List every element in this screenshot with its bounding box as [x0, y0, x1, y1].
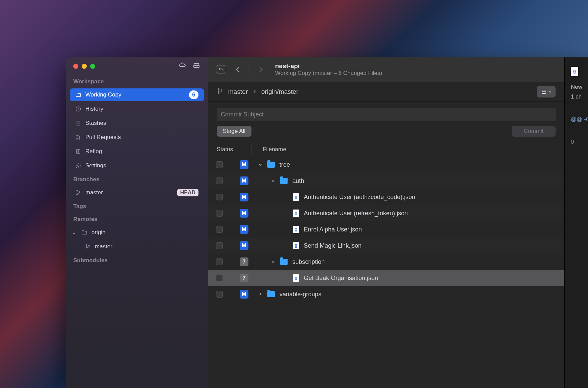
file-name: tree	[279, 161, 290, 168]
close-window-button[interactable]	[73, 64, 78, 69]
file-name: Authenticate User (refresh_token).json	[304, 210, 408, 217]
stage-checkbox[interactable]	[216, 194, 223, 200]
svg-point-8	[77, 194, 78, 195]
sidebar-item-label: History	[85, 106, 198, 112]
stage-checkbox[interactable]	[216, 226, 223, 233]
file-row[interactable]: Mvariable-groups	[208, 286, 564, 302]
disk-icon[interactable]	[192, 61, 201, 71]
remote-folder-icon	[81, 229, 87, 235]
remotes-header: Remotes	[66, 213, 208, 225]
maximize-window-button[interactable]	[90, 64, 95, 69]
titlebar-icons	[178, 61, 201, 71]
branch-icon	[85, 244, 91, 250]
file-icon: {}	[293, 226, 299, 233]
file-row[interactable]: Mtree	[208, 157, 564, 173]
svg-point-9	[79, 191, 80, 192]
status-badge: M	[240, 241, 248, 250]
file-row[interactable]: ?subscription	[208, 254, 564, 270]
folder-icon	[267, 162, 275, 168]
sidebar-remote-origin[interactable]: origin	[69, 226, 204, 239]
sidebar-item-label: Reflog	[85, 148, 198, 155]
window-controls	[73, 64, 95, 69]
table-header: Status Filename	[208, 142, 564, 157]
file-row[interactable]: M{}Enrol Alpha User.json	[208, 221, 564, 238]
commit-button[interactable]: Commit	[512, 126, 556, 137]
sidebar-item-settings[interactable]: Settings	[70, 159, 204, 172]
file-row[interactable]: M{}Send Magic Link.json	[208, 238, 564, 254]
file-icon: {}	[293, 274, 299, 282]
file-row[interactable]: Mauth	[208, 173, 564, 189]
file-name: Enrol Alpha User.json	[304, 226, 362, 233]
file-name: Authenticate User (authzcode_code).json	[304, 194, 415, 201]
changes-badge: 6	[189, 90, 198, 99]
file-row[interactable]: M{}Authenticate User (authzcode_code).js…	[208, 189, 564, 205]
cloud-icon[interactable]	[178, 61, 186, 71]
diff-count-line: 1 ch	[571, 92, 588, 102]
status-badge: M	[240, 209, 248, 218]
file-name: Send Magic Link.json	[304, 242, 362, 249]
chevron-right-icon[interactable]	[258, 292, 263, 297]
history-icon	[75, 106, 81, 112]
folder-icon	[267, 291, 275, 297]
status-badge: M	[240, 176, 248, 185]
chevron-down-icon	[72, 230, 76, 234]
branch-bar: master origin/master	[208, 82, 564, 102]
sidebar-item-pull-requests[interactable]: Pull Requests	[70, 131, 204, 144]
stage-checkbox[interactable]	[216, 177, 223, 184]
nav-back-button[interactable]	[233, 65, 242, 74]
file-name: Get Beak Organisation.json	[304, 275, 378, 282]
stage-checkbox[interactable]	[216, 210, 223, 217]
sidebar-remote-branch-master[interactable]: master	[70, 240, 204, 253]
stage-checkbox[interactable]	[216, 242, 223, 249]
branch-icon	[217, 88, 223, 96]
head-badge: HEAD	[177, 189, 198, 196]
col-status-header[interactable]: Status	[217, 145, 252, 154]
stage-checkbox[interactable]	[216, 161, 223, 168]
file-icon: {}	[293, 242, 299, 249]
folder-icon	[280, 178, 288, 184]
gear-icon	[75, 163, 81, 169]
diff-new-line: New	[571, 82, 588, 92]
file-name: auth	[292, 177, 304, 185]
status-badge: M	[240, 290, 248, 299]
file-row[interactable]: M{}Authenticate User (refresh_token).jso…	[208, 205, 564, 221]
file-name: variable-groups	[279, 291, 321, 298]
remote-label: origin	[91, 229, 198, 236]
stage-checkbox[interactable]	[216, 258, 223, 265]
chevron-down-icon[interactable]	[271, 259, 275, 264]
diff-panel: {} New 1 ch @@ -0 0	[564, 57, 588, 388]
diff-hunk-header: @@ -0	[571, 115, 588, 124]
col-filename-header[interactable]: Filename	[252, 146, 286, 153]
main-area: nest-api Working Copy (master – 6 Change…	[208, 57, 564, 388]
sidebar-item-reflog[interactable]: Reflog	[70, 145, 204, 158]
return-icon[interactable]	[216, 65, 226, 74]
svg-point-14	[218, 92, 219, 93]
upstream-branch[interactable]: origin/master	[261, 88, 298, 95]
titlebar	[66, 57, 208, 75]
file-row[interactable]: ?{}Get Beak Organisation.json	[208, 270, 564, 286]
toolbar: nest-api Working Copy (master – 6 Change…	[208, 57, 564, 82]
sidebar-item-stashes[interactable]: Stashes	[70, 117, 204, 130]
sidebar-item-label: Settings	[85, 162, 198, 169]
commit-subject-input[interactable]	[217, 108, 556, 121]
sidebar-branch-master[interactable]: master HEAD	[70, 186, 204, 199]
stage-checkbox[interactable]	[216, 275, 223, 281]
minimize-window-button[interactable]	[82, 64, 87, 69]
branch-label: master	[85, 189, 173, 196]
sidebar-item-label: Working Copy	[85, 91, 185, 98]
workspace-header: Workspace	[66, 75, 208, 88]
stage-checkbox[interactable]	[216, 291, 223, 298]
branch-icon	[75, 190, 81, 196]
divider	[249, 65, 249, 74]
sidebar-item-history[interactable]: History	[70, 103, 204, 115]
chevron-down-icon[interactable]	[258, 162, 263, 167]
nav-forward-button[interactable]	[256, 65, 266, 74]
sidebar-item-label: Pull Requests	[85, 134, 198, 141]
svg-point-3	[77, 138, 78, 139]
sidebar-item-working-copy[interactable]: Working Copy 6	[70, 88, 204, 101]
chevron-down-icon[interactable]	[271, 178, 275, 183]
stage-all-button[interactable]: Stage All	[217, 126, 251, 137]
svg-point-15	[221, 89, 222, 90]
list-view-toggle[interactable]	[537, 86, 556, 98]
local-branch[interactable]: master	[228, 88, 248, 95]
